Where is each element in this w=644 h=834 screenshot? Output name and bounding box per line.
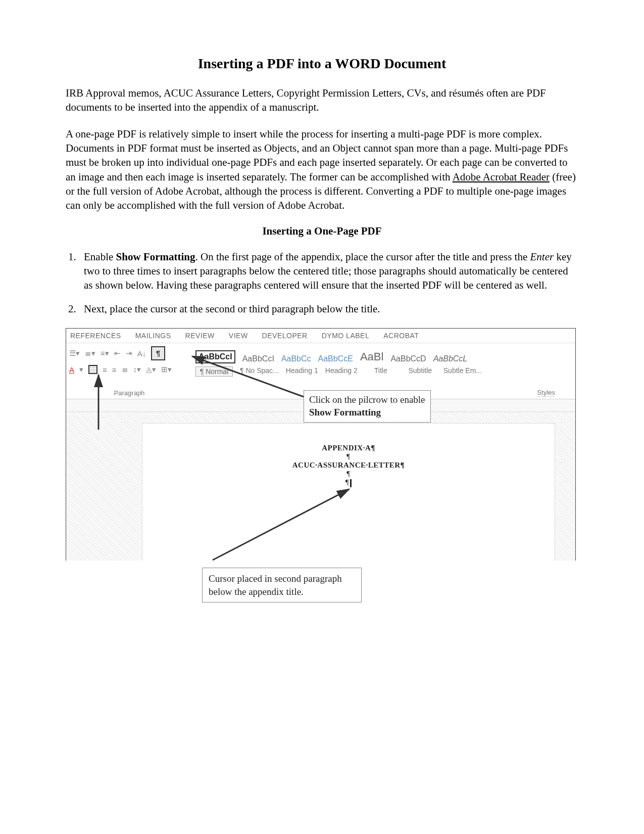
decrease-indent-icon[interactable]: ⇤ xyxy=(114,349,121,358)
font-color-icon[interactable]: A xyxy=(69,365,74,374)
paragraph-group-label: Paragraph xyxy=(66,389,192,397)
justify-icon[interactable]: ≣ xyxy=(122,365,128,374)
style-preview-nospacing[interactable]: AaBbCcI xyxy=(242,354,274,363)
section-heading-one-page: Inserting a One-Page PDF xyxy=(66,225,578,238)
shading-icon[interactable]: ◬▾ xyxy=(146,365,156,374)
callout1-text-b: Show Formatting xyxy=(309,407,381,418)
style-name-subtle-em[interactable]: Subtle Em... xyxy=(443,366,482,377)
step1-a: Enable xyxy=(84,251,116,263)
tab-review[interactable]: REVIEW xyxy=(185,332,215,340)
ribbon-tabs: REFERENCES MAILINGS REVIEW VIEW DEVELOPE… xyxy=(66,329,575,343)
steps-list: Enable Show Formatting. On the first pag… xyxy=(66,250,578,316)
tab-acrobat[interactable]: ACROBAT xyxy=(383,332,419,340)
document-page[interactable]: APPENDIX·A¶ ¶ ACUC·ASSURANCE·LETTER¶ ¶ ¶ xyxy=(142,423,555,561)
show-formatting-button[interactable]: ¶ xyxy=(151,346,165,360)
style-name-nospacing[interactable]: ¶ No Spac... xyxy=(240,366,279,377)
align-center-icon[interactable]: ≡ xyxy=(103,365,107,374)
style-preview-heading1[interactable]: AaBbCc xyxy=(281,354,311,363)
style-names: ¶ Normal ¶ No Spac... Heading 1 Heading … xyxy=(195,364,572,377)
style-name-normal[interactable]: ¶ Normal xyxy=(195,366,233,377)
doc-line-appendix: APPENDIX·A¶ xyxy=(142,444,555,452)
adobe-reader-link[interactable]: Adobe Acrobat Reader xyxy=(453,171,550,183)
tab-mailings[interactable]: MAILINGS xyxy=(135,332,171,340)
style-name-title[interactable]: Title xyxy=(365,366,397,377)
doc-cursor-line: ¶ xyxy=(142,478,555,487)
tab-dymo[interactable]: DYMO Label xyxy=(322,332,369,340)
bullets-icon[interactable]: ☰▾ xyxy=(69,349,80,358)
doc-pilcrow-1: ¶ xyxy=(142,452,555,461)
style-previews: AaBbCcI AaBbCcI AaBbCc AaBbCcE AaBl AaBb… xyxy=(195,346,572,364)
step-2: Next, place the cursor at the second or … xyxy=(79,302,578,316)
document-area: APPENDIX·A¶ ¶ ACUC·ASSURANCE·LETTER¶ ¶ ¶ xyxy=(66,412,575,561)
paragraph-group: ☰▾ ≣▾ ≡▾ ⇤ ⇥ A↓ ¶ A▾ ≡ ≡ ≣ ↕▾ xyxy=(66,343,192,399)
sort-icon[interactable]: A↓ xyxy=(137,349,146,358)
style-preview-subtitle[interactable]: AaBbCcD xyxy=(390,354,426,363)
style-name-heading2[interactable]: Heading 2 xyxy=(325,366,358,377)
word-ribbon-screenshot: REFERENCES MAILINGS REVIEW VIEW DEVELOPE… xyxy=(66,328,576,561)
callout-pilcrow: Click on the pilcrow to enable Show Form… xyxy=(304,390,431,422)
intro-para-2: A one-page PDF is relatively simple to i… xyxy=(66,127,578,213)
style-preview-title[interactable]: AaBl xyxy=(360,350,383,363)
multilevel-icon[interactable]: ≡▾ xyxy=(101,349,109,358)
tab-developer[interactable]: DEVELOPER xyxy=(262,332,308,340)
borders-icon[interactable]: ⊞▾ xyxy=(161,365,172,374)
style-name-heading1[interactable]: Heading 1 xyxy=(286,366,318,377)
style-name-subtitle[interactable]: Subtitle xyxy=(404,366,436,377)
style-preview-normal[interactable]: AaBbCcI xyxy=(195,350,235,363)
step-1: Enable Show Formatting. On the first pag… xyxy=(79,250,578,293)
text-cursor xyxy=(350,479,352,487)
tab-references[interactable]: REFERENCES xyxy=(70,332,121,340)
doc-line-acuc: ACUC·ASSURANCE·LETTER¶ xyxy=(142,461,555,470)
page-title: Inserting a PDF into a WORD Document xyxy=(66,56,578,72)
callout-cursor: Cursor placed in second paragraph below … xyxy=(202,568,362,603)
styles-group-label: Styles xyxy=(537,389,555,397)
align-right-icon[interactable]: ≡ xyxy=(112,365,117,374)
intro-para-1: IRB Approval memos, ACUC Assurance Lette… xyxy=(66,86,578,115)
doc-pilcrow-2: ¶ xyxy=(142,470,555,478)
style-preview-subtle-em[interactable]: AaBbCcL xyxy=(433,354,468,363)
step1-bold: Show Formatting xyxy=(116,251,195,263)
callout1-text-a: Click on the pilcrow to enable xyxy=(309,394,425,405)
style-preview-heading2[interactable]: AaBbCcE xyxy=(318,354,353,363)
align-left-icon[interactable] xyxy=(88,365,97,374)
step1-b: . On the first page of the appendix, pla… xyxy=(195,251,530,263)
numbering-icon[interactable]: ≣▾ xyxy=(85,349,95,358)
increase-indent-icon[interactable]: ⇥ xyxy=(126,349,132,358)
line-spacing-icon[interactable]: ↕▾ xyxy=(133,365,141,374)
tab-view[interactable]: VIEW xyxy=(229,332,248,340)
step1-italic: Enter xyxy=(530,251,554,263)
screenshot-figure: REFERENCES MAILINGS REVIEW VIEW DEVELOPE… xyxy=(66,328,576,603)
